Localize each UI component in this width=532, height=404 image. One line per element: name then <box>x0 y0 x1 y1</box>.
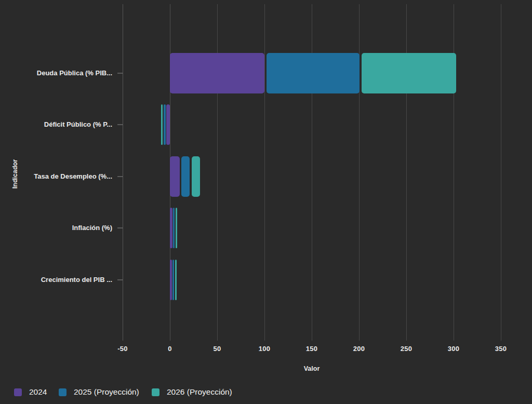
legend-label: 2025 (Proyección) <box>74 387 139 397</box>
bar-segment-2024[interactable] <box>170 156 180 197</box>
y-tick-mark <box>117 73 123 74</box>
bar-segment-2024[interactable] <box>170 53 264 93</box>
bar-segment-2025[interactable] <box>173 208 175 248</box>
x-tick-label: 250 <box>391 345 422 353</box>
y-category-label: Déficit Público (% P... <box>0 120 112 129</box>
stacked-bar-chart: Deuda Pública (% PIB...Déficit Público (… <box>0 0 532 404</box>
y-category-label: Deuda Pública (% PIB... <box>0 69 112 78</box>
x-tick-label: 300 <box>438 345 469 353</box>
y-category-label: Inflación (%) <box>0 223 112 233</box>
x-tick-label: 50 <box>202 345 233 353</box>
x-tick-label: 100 <box>249 345 280 353</box>
bar-segment-2026[interactable] <box>175 260 177 300</box>
bar-segment-2024[interactable] <box>166 104 170 145</box>
bar-segment-2025[interactable] <box>181 156 190 197</box>
legend-item-2024[interactable]: 2024 <box>14 387 47 397</box>
legend-swatch <box>59 388 66 396</box>
bar-segment-2024[interactable] <box>170 208 172 248</box>
y-axis-title: Indicador <box>11 143 19 205</box>
bar-segment-2025[interactable] <box>164 104 166 145</box>
legend-item-2025[interactable]: 2025 (Proyección) <box>59 387 139 397</box>
x-tick-label: 150 <box>296 345 327 353</box>
legend-item-2026[interactable]: 2026 (Proyección) <box>152 387 232 397</box>
bar-segment-2025[interactable] <box>172 260 174 300</box>
bar-segment-2024[interactable] <box>170 260 172 300</box>
bar-segment-2026[interactable] <box>161 104 163 145</box>
y-tick-mark <box>117 124 123 125</box>
y-tick-mark <box>117 176 123 177</box>
y-tick-mark <box>117 279 123 280</box>
legend-label: 2024 <box>29 387 47 397</box>
x-tick-label: 200 <box>343 345 375 353</box>
x-tick-label: -50 <box>107 345 138 353</box>
legend-swatch <box>14 388 22 396</box>
gridline <box>501 4 501 341</box>
bar-segment-2026[interactable] <box>362 53 457 93</box>
x-tick-label: 350 <box>485 345 516 353</box>
legend-label: 2026 (Proyección) <box>167 387 232 397</box>
y-tick-mark <box>117 227 123 228</box>
bar-segment-2026[interactable] <box>192 156 200 197</box>
x-tick-label: 0 <box>154 345 185 353</box>
y-category-label: Crecimiento del PIB ... <box>0 275 112 285</box>
x-axis-title: Valor <box>260 365 364 372</box>
y-axis-line <box>123 4 123 341</box>
bar-segment-2026[interactable] <box>176 208 177 248</box>
bar-segment-2025[interactable] <box>267 53 360 93</box>
legend-swatch <box>152 388 159 396</box>
